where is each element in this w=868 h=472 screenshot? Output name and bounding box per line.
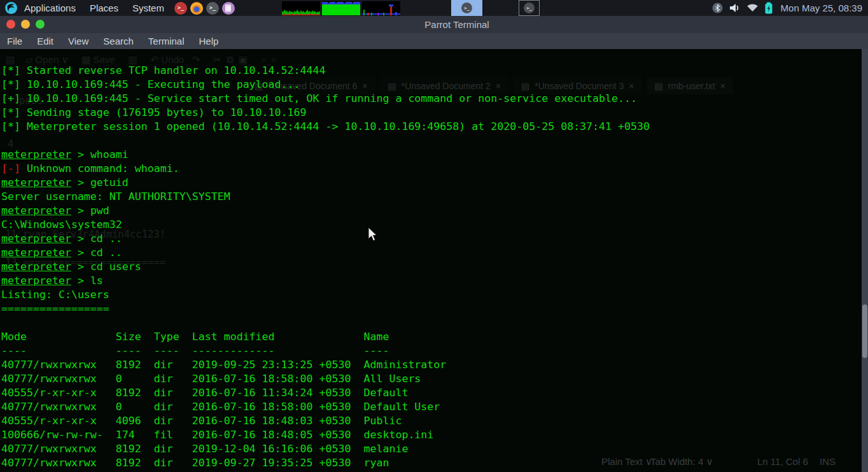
taskbar-window-terminal-active[interactable]: >_ [451, 0, 482, 16]
terminal-window-icon: >_ [524, 3, 535, 13]
document-icon: ▤ [655, 81, 663, 91]
taskbar-window-terminal-inactive[interactable]: >_ [519, 0, 540, 16]
volume-icon[interactable] [729, 3, 741, 13]
window-titlebar: Parrot Terminal [0, 16, 868, 33]
mouse-cursor-icon [368, 227, 378, 242]
menu-applications[interactable]: Applications [24, 3, 76, 13]
menu-places[interactable]: Places [90, 3, 118, 13]
menubar-file[interactable]: File [7, 36, 22, 46]
ghost-statusbar-tabwidth: Tab Width: 4 ∨ [650, 456, 713, 468]
memory-monitor-graph[interactable] [322, 1, 360, 15]
terminal-menubar: File Edit View Search Terminal Help [0, 33, 868, 49]
system-tray: Mon May 25, 08:39 [712, 2, 868, 14]
menubar-edit[interactable]: Edit [37, 36, 53, 46]
menu-system[interactable]: System [132, 3, 164, 13]
battery-icon[interactable] [764, 2, 773, 14]
terminal-output[interactable]: [*] Started reverse TCP handler on 10.10… [1, 49, 650, 470]
window-title: Parrot Terminal [0, 16, 868, 33]
terminal-window-icon: >_ [461, 3, 472, 13]
clock[interactable]: Mon May 25, 08:39 [781, 3, 862, 13]
terminal-launcher-icon[interactable]: >_ [174, 2, 187, 15]
ghost-statusbar-cursor: Ln 11, Col 6 [757, 456, 808, 467]
menubar-help[interactable]: Help [199, 36, 219, 46]
scrollbar-thumb[interactable] [862, 304, 867, 358]
parrot-logo-icon[interactable] [5, 2, 17, 14]
ghost-statusbar-mode: INS [820, 456, 836, 467]
terminal-viewport[interactable]: ▤ ▱ Open ∨ ▦ Save ▥ ↶ Undo ↷ ✂ ⧉ ▣ ⌕ ⌕ ▤… [0, 49, 868, 472]
wifi-icon[interactable] [746, 3, 759, 13]
bluetooth-icon[interactable] [712, 3, 723, 13]
menubar-view[interactable]: View [68, 36, 88, 46]
text-editor-launcher-icon[interactable] [222, 2, 235, 15]
menubar-terminal[interactable]: Terminal [148, 36, 185, 46]
close-icon: × [720, 81, 725, 91]
document-icon [225, 4, 231, 12]
firefox-launcher-icon[interactable] [190, 2, 203, 15]
cpu-monitor-graph[interactable] [282, 1, 320, 15]
terminal-alt-launcher-icon[interactable]: >_ [206, 2, 219, 15]
scrollbar-track[interactable] [862, 49, 868, 472]
ghost-editor-tab-active: ▤ rmb-user.txt × [647, 77, 733, 94]
menubar-search[interactable]: Search [103, 36, 134, 46]
network-monitor-graph[interactable] [362, 1, 400, 15]
desktop-top-panel: Applications Places System >_ >_ >_ >_ [0, 0, 868, 16]
